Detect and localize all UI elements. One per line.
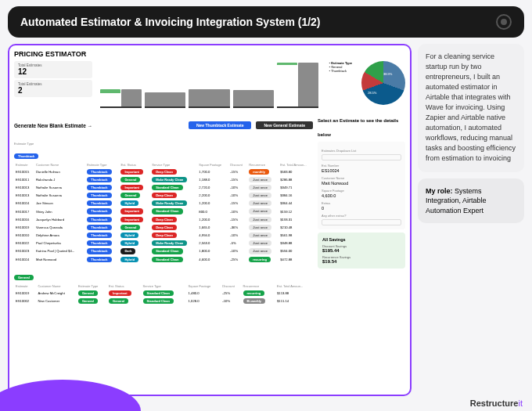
pie-chart: 38.9% 28.5%	[361, 61, 405, 105]
estimator-title: PRICING ESTIMATOR	[14, 50, 405, 58]
detail-est-number: ES10024	[322, 168, 401, 173]
target-icon	[496, 14, 512, 30]
table-row[interactable]: ES10019Andrew McCreightGeneralImportantS…	[14, 289, 315, 297]
page-header: Automated Estimator & Invoicing Integrat…	[8, 6, 524, 38]
table-row[interactable]: ES10023Katrina Pool | Quoted $4...Thumbt…	[14, 247, 315, 255]
page-title: Automated Estimator & Invoicing Integrat…	[20, 16, 321, 28]
table-row[interactable]: ES10024Joe StinsonThumbtackHybridMake Re…	[14, 200, 315, 207]
table-row[interactable]: ES10011Rakshanda JThumbtackGeneralMake R…	[14, 175, 315, 183]
detail-section: Estimate Type Thumbtack EstimateCustomer…	[14, 142, 405, 305]
section-tag: Thumbtack	[14, 153, 38, 159]
estimates-table-2: EstimateCustomer NameEstimate TypeEst. S…	[14, 283, 315, 305]
new-general-button[interactable]: New General Estimate	[256, 121, 313, 129]
recurrence-savings: $19.54	[322, 259, 401, 264]
estimate-dropdown[interactable]	[322, 154, 401, 160]
bar-chart	[95, 61, 323, 108]
table-row[interactable]: ES10016Jacquelyn HubbardThumbtackImporta…	[14, 215, 315, 223]
estimates-table: EstimateCustomer NameEstimate TypeEst. S…	[14, 162, 315, 263]
table-row[interactable]: ES10013Nathalie SusannaThumbtackGeneralD…	[14, 192, 315, 200]
table-section: Estimate Type Thumbtack EstimateCustomer…	[14, 142, 315, 305]
other-extras-input[interactable]	[322, 219, 401, 225]
stat-card: Total Estimates 12	[14, 61, 92, 78]
detail-customer: Matt Norwood	[322, 181, 401, 186]
savings-title: All Savings	[322, 237, 401, 242]
select-estimate-label: Select an Estimate to see the details be…	[318, 118, 398, 137]
stats-column: Total Estimates 12 Total Estimates 2	[14, 61, 92, 108]
table-row[interactable]: ES10017Shiny JohnThumbtackImportantStand…	[14, 207, 315, 215]
chart-legend: Estimate Type General Thumbtack	[329, 61, 352, 108]
stat-card: Total Estimates 2	[14, 80, 92, 97]
right-panel: For a cleaning service startup run by tw…	[418, 44, 524, 396]
estimator-top-row: Total Estimates 12 Total Estimates 2 Est…	[14, 61, 405, 108]
table-row[interactable]: ES10019Vanessa QuezadaThumbtackGeneralDe…	[14, 223, 315, 231]
table-row[interactable]: ES10022Paul ChepetsekaThumbtackHybridMak…	[14, 240, 315, 247]
discount-savings: $195.44	[322, 248, 401, 253]
role-box: My role: Systems Integration, Airtable A…	[418, 178, 524, 224]
estimate-detail-box: Estimates Dropdown List Est. Number ES10…	[318, 142, 405, 229]
generate-label: Generate New Blank Estimate →	[14, 123, 92, 128]
table-row[interactable]: ES10002New CustomerGeneralGeneralStandar…	[14, 297, 315, 305]
main-content: PRICING ESTIMATOR Total Estimates 12 Tot…	[0, 44, 532, 396]
detail-sqft: 4,600.0	[322, 193, 401, 198]
new-thumbtack-button[interactable]: New Thumbtack Estimate	[189, 121, 252, 129]
stat-value: 12	[18, 67, 88, 76]
savings-box: All Savings Discount Savings $195.44 Rec…	[318, 233, 405, 269]
table-row[interactable]: ES10010Delphine AmaraThumbtackHybridDeep…	[14, 232, 315, 240]
table-row[interactable]: ES10015Danielle HolmanThumbtackImportant…	[14, 168, 315, 175]
table-row[interactable]: ES10024Matt NorwoodThumbtackHybridStanda…	[14, 255, 315, 263]
stat-value: 2	[18, 86, 88, 95]
detail-extras: 0	[322, 206, 401, 211]
detail-column: Estimates Dropdown List Est. Number ES10…	[318, 142, 405, 305]
table-row[interactable]: ES10013Nathalie SusannaThumbtackImportan…	[14, 183, 315, 191]
generate-row: Generate New Blank Estimate → New Thumbt…	[14, 111, 405, 139]
description-box: For a cleaning service startup run by tw…	[418, 44, 524, 172]
section-tag-2: General	[14, 275, 34, 280]
estimator-panel: PRICING ESTIMATOR Total Estimates 12 Tot…	[8, 44, 412, 396]
footer-brand: Restructureit	[461, 395, 532, 411]
